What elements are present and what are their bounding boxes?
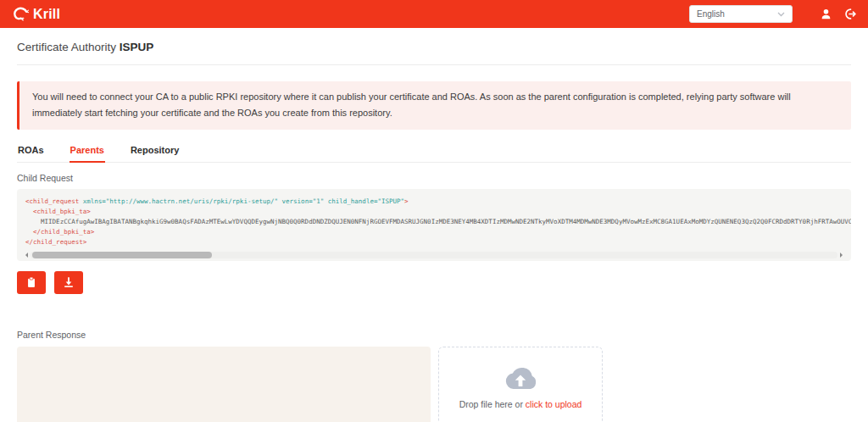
scrollbar-thumb[interactable] bbox=[32, 252, 212, 258]
download-icon bbox=[63, 276, 75, 288]
tab-roas[interactable]: ROAs bbox=[17, 140, 45, 162]
user-icon bbox=[820, 8, 832, 20]
logout-button[interactable] bbox=[844, 8, 857, 20]
xml-attr-xmlns: xmlns="http://www.hactrn.net/uris/rpki/r… bbox=[79, 197, 278, 205]
parent-response-row: Drop file here or click to upload bbox=[17, 347, 851, 422]
title-divider bbox=[17, 64, 851, 65]
file-dropzone[interactable]: Drop file here or click to upload bbox=[438, 347, 603, 422]
xml-open-tag-close: > bbox=[404, 197, 409, 205]
code-line-2: <child_bpki_ta> bbox=[25, 207, 843, 217]
repository-warning-text: You will need to connect your CA to a pu… bbox=[32, 92, 791, 118]
tab-parents[interactable]: Parents bbox=[70, 140, 105, 163]
copy-to-clipboard-button[interactable] bbox=[17, 271, 46, 294]
tab-repository[interactable]: Repository bbox=[130, 140, 180, 162]
krill-logo[interactable]: Krill bbox=[11, 6, 60, 22]
dropzone-text: Drop file here or click to upload bbox=[459, 399, 582, 409]
scrollbar-right-arrow[interactable] bbox=[840, 253, 843, 258]
xml-attr-version: version="1" bbox=[278, 197, 324, 205]
code-line-4: </child_bpki_ta> bbox=[25, 227, 843, 237]
ca-tabs: ROAs Parents Repository bbox=[17, 140, 851, 163]
brand-name: Krill bbox=[33, 7, 60, 22]
language-select[interactable]: English bbox=[689, 5, 793, 23]
scrollbar-left-arrow[interactable] bbox=[25, 253, 28, 258]
logout-icon bbox=[844, 8, 857, 20]
clipboard-icon bbox=[25, 276, 37, 289]
child-request-code-block: <child_request xmlns="http://www.hactrn.… bbox=[17, 189, 851, 261]
cloud-upload-icon bbox=[501, 365, 540, 393]
dropzone-text-prefix: Drop file here or bbox=[459, 399, 526, 409]
parent-response-input[interactable] bbox=[17, 347, 431, 422]
user-button[interactable] bbox=[820, 8, 832, 20]
code-line-3-bpki-ta-base64: MIIDEzCCAfugAwIBAgIBATANBgkqhkiG9w0BAQsF… bbox=[25, 217, 843, 227]
child-request-actions bbox=[17, 271, 851, 294]
page-title: Certificate Authority ISPUP bbox=[17, 41, 851, 53]
parent-response-label: Parent Response bbox=[17, 330, 851, 340]
download-button[interactable] bbox=[54, 271, 83, 294]
page-title-ca-handle: ISPUP bbox=[120, 41, 154, 53]
xml-attr-child-handle: child_handle="ISPUP" bbox=[324, 197, 404, 205]
main-content: Certificate Authority ISPUP You will nee… bbox=[0, 41, 868, 422]
click-to-upload-link[interactable]: click to upload bbox=[526, 399, 582, 409]
child-request-label: Child Request bbox=[17, 173, 851, 183]
top-bar: Krill English bbox=[0, 0, 868, 28]
repository-warning-banner: You will need to connect your CA to a pu… bbox=[17, 81, 851, 130]
horizontal-scrollbar bbox=[25, 252, 843, 259]
code-line-5: </child_request> bbox=[25, 237, 843, 247]
page-title-prefix: Certificate Authority bbox=[17, 41, 120, 53]
code-line-1: <child_request xmlns="http://www.hactrn.… bbox=[25, 197, 843, 207]
scrollbar-track[interactable] bbox=[31, 252, 837, 258]
krill-shrimp-icon bbox=[11, 6, 29, 22]
xml-open-tag: <child_request bbox=[25, 197, 79, 205]
language-selected-value: English bbox=[697, 9, 725, 19]
chevron-down-icon bbox=[777, 12, 785, 17]
